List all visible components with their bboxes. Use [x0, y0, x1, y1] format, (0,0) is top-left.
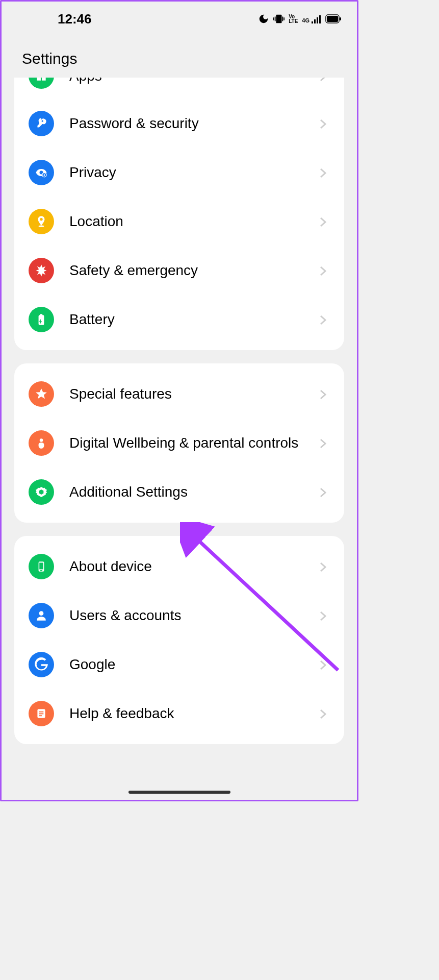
location-icon — [29, 209, 54, 234]
star-icon — [29, 381, 54, 407]
settings-item-additional-settings[interactable]: Additional Settings — [14, 468, 344, 517]
volte-icon: VoLTE — [289, 14, 298, 23]
chevron-right-icon — [320, 216, 330, 227]
network-icon: 4G — [302, 14, 321, 23]
help-icon — [29, 701, 54, 726]
chevron-right-icon — [320, 659, 330, 670]
settings-content: Apps Password & security Privacy — [2, 78, 357, 744]
item-label: Privacy — [69, 162, 320, 182]
settings-item-privacy[interactable]: Privacy — [14, 148, 344, 197]
settings-item-about-device[interactable]: About device — [14, 542, 344, 591]
status-icons: VoLTE 4G — [258, 13, 342, 24]
settings-item-help-feedback[interactable]: Help & feedback — [14, 689, 344, 738]
chevron-right-icon — [320, 610, 330, 621]
settings-item-special-features[interactable]: Special features — [14, 370, 344, 419]
settings-item-battery[interactable]: Battery — [14, 295, 344, 344]
svg-point-5 — [40, 438, 43, 442]
settings-section-2: Special features Digital Wellbeing & par… — [14, 363, 344, 523]
page-header: Settings — [2, 32, 357, 83]
settings-item-safety-emergency[interactable]: Safety & emergency — [14, 246, 344, 295]
svg-point-4 — [39, 226, 44, 227]
svg-rect-1 — [327, 16, 338, 22]
emergency-icon — [29, 258, 54, 283]
user-icon — [29, 603, 54, 628]
privacy-icon — [29, 160, 54, 185]
status-bar: 12:46 VoLTE 4G — [2, 2, 357, 32]
chevron-right-icon — [320, 118, 330, 129]
item-label: About device — [69, 556, 320, 576]
item-label: Additional Settings — [69, 482, 320, 502]
item-label: Location — [69, 211, 320, 231]
key-icon — [29, 111, 54, 136]
chevron-right-icon — [320, 708, 330, 719]
settings-item-google[interactable]: Google — [14, 640, 344, 689]
item-label: Safety & emergency — [69, 260, 320, 280]
chevron-right-icon — [320, 78, 330, 81]
apps-icon — [29, 78, 54, 89]
svg-point-11 — [39, 611, 44, 616]
item-label: Users & accounts — [69, 605, 320, 625]
item-label: Apps — [69, 78, 320, 86]
settings-section-3: About device Users & accounts Google — [14, 536, 344, 744]
item-label: Digital Wellbeing & parental controls — [69, 433, 320, 453]
settings-item-users-accounts[interactable]: Users & accounts — [14, 591, 344, 640]
chevron-right-icon — [320, 314, 330, 325]
item-label: Password & security — [69, 113, 320, 133]
status-time: 12:46 — [58, 11, 92, 27]
phone-icon — [29, 554, 54, 579]
gear-icon — [29, 479, 54, 505]
settings-item-password-security[interactable]: Password & security — [14, 99, 344, 148]
svg-rect-13 — [39, 712, 44, 713]
settings-section-1: Apps Password & security Privacy — [14, 78, 344, 350]
svg-rect-10 — [40, 570, 42, 571]
item-label: Battery — [69, 309, 320, 329]
battery-icon — [29, 307, 54, 332]
settings-item-apps[interactable]: Apps — [14, 78, 344, 99]
chevron-right-icon — [320, 438, 330, 448]
item-label: Help & feedback — [69, 703, 320, 723]
wellbeing-icon — [29, 430, 54, 456]
svg-rect-9 — [39, 562, 43, 569]
moon-icon — [258, 13, 269, 24]
item-label: Google — [69, 654, 320, 674]
chevron-right-icon — [320, 561, 330, 572]
battery-status-icon — [325, 14, 342, 23]
chevron-right-icon — [320, 167, 330, 178]
svg-rect-15 — [39, 715, 42, 716]
google-icon — [29, 652, 54, 677]
settings-item-digital-wellbeing[interactable]: Digital Wellbeing & parental controls — [14, 419, 344, 468]
svg-rect-2 — [340, 17, 341, 20]
chevron-right-icon — [320, 265, 330, 276]
page-title: Settings — [22, 50, 337, 67]
vibrate-icon — [273, 13, 285, 24]
chevron-right-icon — [320, 389, 330, 399]
chevron-right-icon — [320, 487, 330, 497]
item-label: Special features — [69, 384, 320, 404]
navigation-bar[interactable] — [128, 791, 230, 794]
svg-rect-14 — [39, 713, 44, 714]
settings-item-location[interactable]: Location — [14, 197, 344, 246]
